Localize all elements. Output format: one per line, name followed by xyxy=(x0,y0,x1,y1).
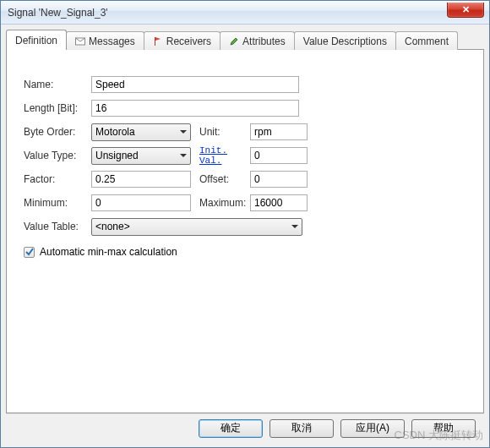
byte-order-value: Motorola xyxy=(95,126,135,138)
tab-comment[interactable]: Comment xyxy=(395,31,458,50)
signal-dialog: Signal 'New_Signal_3' ✕ Definition Messa… xyxy=(0,0,490,448)
cancel-button[interactable]: 取消 xyxy=(270,419,334,438)
tab-receivers[interactable]: Receivers xyxy=(144,31,220,50)
auto-minmax-row: Automatic min-max calculation xyxy=(24,246,466,258)
value-table-value: <none> xyxy=(95,221,130,232)
tab-value-descriptions[interactable]: Value Descriptions xyxy=(294,31,396,50)
label-maximum: Maximum: xyxy=(199,197,250,209)
ok-button[interactable]: 确定 xyxy=(199,419,263,438)
help-button[interactable]: 帮助 xyxy=(411,419,476,438)
apply-button[interactable]: 应用(A) xyxy=(340,419,405,438)
unit-field[interactable] xyxy=(250,123,308,140)
label-value-type: Value Type: xyxy=(24,150,91,161)
chevron-down-icon xyxy=(291,225,298,228)
minimum-field[interactable] xyxy=(91,194,191,211)
value-table-select[interactable]: <none> xyxy=(91,218,302,236)
label-offset: Offset: xyxy=(199,173,250,185)
maximum-field[interactable] xyxy=(250,194,308,211)
svg-rect-1 xyxy=(155,37,155,46)
chevron-down-icon xyxy=(180,154,187,157)
titlebar[interactable]: Signal 'New_Signal_3' ✕ xyxy=(1,1,489,25)
byte-order-select[interactable]: Motorola xyxy=(91,123,191,141)
tab-label: Messages xyxy=(89,36,135,47)
length-field[interactable] xyxy=(91,100,299,117)
tab-definition[interactable]: Definition xyxy=(6,30,67,50)
name-field[interactable] xyxy=(91,76,299,93)
pencil-icon xyxy=(229,36,239,46)
tab-label: Attributes xyxy=(242,36,286,47)
offset-field[interactable] xyxy=(250,171,308,188)
factor-field[interactable] xyxy=(91,171,191,188)
check-icon xyxy=(25,248,34,256)
tab-panel-definition: Name: Length [Bit]: Byte Order: Motorola… xyxy=(6,49,484,413)
close-icon: ✕ xyxy=(462,4,470,15)
auto-minmax-label: Automatic min-max calculation xyxy=(40,246,177,258)
auto-minmax-checkbox[interactable] xyxy=(24,247,35,258)
label-minimum: Minimum: xyxy=(24,197,91,209)
init-val-link[interactable]: Init. Val. xyxy=(199,145,250,166)
value-type-value: Unsigned xyxy=(95,150,139,161)
flag-icon xyxy=(153,36,163,46)
window-title: Signal 'New_Signal_3' xyxy=(8,7,108,19)
tab-label: Comment xyxy=(405,36,449,47)
label-length: Length [Bit]: xyxy=(24,102,91,114)
tab-label: Value Descriptions xyxy=(303,36,387,47)
close-button[interactable]: ✕ xyxy=(447,3,484,18)
label-byte-order: Byte Order: xyxy=(24,126,91,138)
client-area: Definition Messages Receivers Attributes xyxy=(1,25,489,447)
value-type-select[interactable]: Unsigned xyxy=(91,147,191,165)
tab-messages[interactable]: Messages xyxy=(66,31,144,50)
button-bar: 确定 取消 应用(A) 帮助 xyxy=(6,413,484,442)
tabstrip: Definition Messages Receivers Attributes xyxy=(6,30,484,50)
init-val-field[interactable] xyxy=(250,147,308,164)
tab-attributes[interactable]: Attributes xyxy=(220,31,295,50)
label-factor: Factor: xyxy=(24,173,91,185)
chevron-down-icon xyxy=(180,130,187,134)
tab-label: Definition xyxy=(15,35,57,46)
envelope-icon xyxy=(75,36,85,46)
label-name: Name: xyxy=(24,79,91,90)
label-value-table: Value Table: xyxy=(24,221,91,232)
label-unit: Unit: xyxy=(199,126,250,138)
tab-label: Receivers xyxy=(166,36,211,47)
